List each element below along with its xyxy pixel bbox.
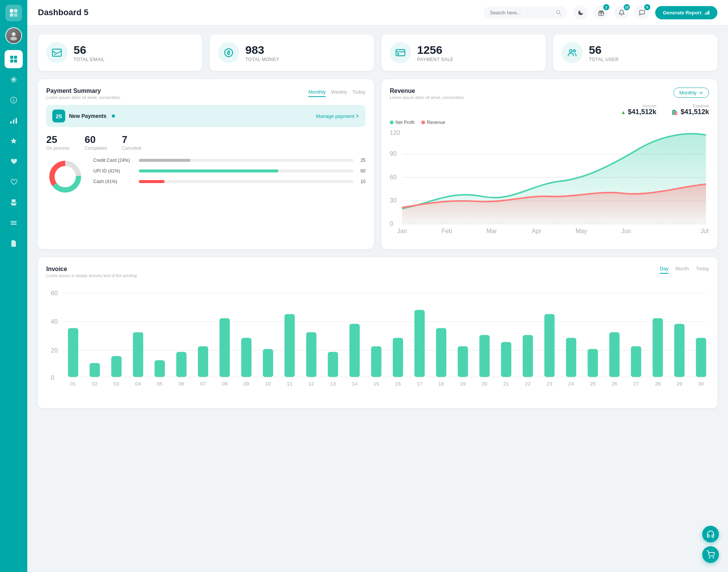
sidebar-item-docs[interactable] — [5, 234, 23, 252]
sidebar-item-list[interactable] — [5, 214, 23, 232]
stat-card-payment: 1256 PAYMENT SALE — [381, 34, 546, 71]
legend-dot-revenue — [421, 121, 425, 124]
payment-panel-header: Payment Summary Lorem ipsum dolor sit am… — [46, 88, 366, 100]
payment-stats-numbers: 25 On process 60 Completed 7 Canceled — [46, 134, 366, 151]
invoice-bar[interactable] — [371, 346, 381, 377]
tab-today[interactable]: Today — [352, 88, 366, 97]
stat-label-user: TOTAL USER — [589, 57, 619, 62]
sidebar-logo[interactable] — [5, 5, 22, 21]
svg-text:22: 22 — [525, 381, 531, 387]
svg-rect-15 — [16, 118, 17, 124]
expense-value: 🛍️ $41,512k — [672, 108, 709, 116]
invoice-bar[interactable] — [328, 352, 338, 377]
svg-rect-6 — [10, 56, 13, 59]
fab-headset[interactable] — [702, 526, 719, 542]
invoice-bar[interactable] — [393, 338, 403, 377]
invoice-bar[interactable] — [89, 363, 100, 377]
invoice-bar[interactable] — [674, 324, 684, 377]
sidebar-item-settings[interactable] — [5, 71, 23, 89]
invoice-bar[interactable] — [458, 346, 468, 377]
invoice-bar[interactable] — [653, 318, 663, 377]
svg-text:60: 60 — [390, 174, 397, 180]
tab-monthly[interactable]: Monthly — [308, 88, 326, 97]
invoice-bar[interactable] — [176, 352, 187, 377]
invoice-bar[interactable] — [414, 310, 425, 377]
invoice-bar[interactable] — [544, 314, 555, 377]
invoice-bar[interactable] — [609, 332, 620, 377]
invoice-bar[interactable] — [220, 318, 230, 377]
svg-text:20: 20 — [482, 381, 487, 387]
stat-label-payment: PAYMENT SALE — [417, 57, 453, 62]
invoice-bar[interactable] — [133, 332, 143, 377]
fab-cart[interactable] — [702, 546, 719, 563]
svg-point-4 — [12, 32, 16, 36]
theme-toggle-btn[interactable] — [573, 5, 588, 20]
svg-rect-14 — [13, 119, 14, 124]
sidebar-item-info[interactable] — [5, 91, 23, 109]
svg-rect-20 — [11, 224, 17, 225]
invoice-bar[interactable] — [588, 349, 598, 377]
svg-text:18: 18 — [438, 381, 444, 387]
invoice-bar[interactable] — [501, 342, 511, 377]
sidebar-item-chart[interactable] — [5, 111, 23, 130]
legend-revenue: Revenue — [421, 120, 445, 125]
revenue-chart: 0 30 60 90 120 — [390, 129, 709, 241]
avatar[interactable] — [5, 27, 22, 44]
chat-icon-btn[interactable]: 5 — [635, 5, 649, 20]
invoice-bar[interactable] — [241, 338, 251, 377]
stat-label-email: TOTAL EMAIL — [74, 57, 105, 62]
sidebar-item-heart2[interactable] — [5, 173, 23, 191]
invoice-bar[interactable] — [566, 338, 576, 377]
payment-summary-panel: Payment Summary Lorem ipsum dolor sit am… — [38, 79, 374, 249]
svg-text:30: 30 — [390, 197, 397, 204]
invoice-bar[interactable] — [631, 346, 641, 377]
sidebar-item-dashboard[interactable] — [5, 50, 23, 68]
generate-report-button[interactable]: Generate Report — [655, 6, 717, 19]
svg-text:60: 60 — [51, 290, 58, 297]
progress-val-upi: 60 — [357, 168, 366, 174]
invoice-bar[interactable] — [263, 349, 273, 377]
revenue-monthly-dropdown[interactable]: Monthly — [673, 88, 709, 98]
svg-line-22 — [559, 13, 561, 15]
tab-month[interactable]: Month — [675, 266, 689, 274]
invoice-bar[interactable] — [155, 360, 165, 377]
svg-point-12 — [13, 99, 14, 99]
revenue-panel: Revenue Lorem ipsum dolor sit amet, cons… — [381, 79, 717, 249]
invoice-bar[interactable] — [479, 335, 490, 377]
tab-weekly[interactable]: Weekly — [331, 88, 347, 97]
tab-day[interactable]: Day — [660, 266, 668, 274]
tab-today-invoice[interactable]: Today — [696, 266, 709, 274]
progress-bar-cash — [139, 180, 165, 183]
sidebar-item-star[interactable] — [5, 132, 23, 150]
progress-label-cash: Cash (41%) — [93, 179, 135, 184]
invoice-bar[interactable] — [436, 328, 446, 377]
revenue-header: Revenue Lorem ipsum dolor sit amet, cons… — [390, 88, 709, 100]
invoice-bar[interactable] — [306, 332, 316, 377]
invoice-bar[interactable] — [68, 328, 78, 377]
invoice-bar[interactable] — [350, 324, 360, 377]
sidebar-item-print[interactable] — [5, 193, 23, 212]
stat-label-money: TOTAL MONEY — [245, 57, 279, 62]
svg-text:40: 40 — [51, 318, 58, 326]
invoice-bar[interactable] — [696, 338, 706, 377]
invoice-bar[interactable] — [198, 346, 208, 377]
svg-rect-0 — [10, 9, 13, 13]
progress-bar-cc — [139, 159, 190, 162]
manage-payment-link[interactable]: Manage payment — [316, 113, 359, 119]
invoice-bar[interactable] — [284, 314, 295, 377]
invoice-bar[interactable] — [111, 356, 121, 377]
sidebar-item-heart1[interactable] — [5, 152, 23, 171]
bell-badge: 12 — [624, 4, 630, 10]
svg-rect-17 — [12, 199, 16, 202]
bell-icon-btn[interactable]: 12 — [614, 5, 629, 20]
svg-text:May: May — [576, 227, 587, 234]
svg-text:27: 27 — [633, 381, 639, 387]
svg-text:29: 29 — [676, 381, 682, 387]
progress-val-cash: 10 — [357, 179, 366, 184]
invoice-bar[interactable] — [522, 335, 533, 377]
gift-icon-btn[interactable]: 2 — [594, 5, 608, 20]
search-input[interactable] — [490, 10, 553, 16]
svg-text:12: 12 — [308, 381, 314, 387]
invoice-panel: Invoice Lorem ipsum is simply dummy text… — [38, 257, 717, 408]
search-bar[interactable] — [484, 6, 567, 19]
